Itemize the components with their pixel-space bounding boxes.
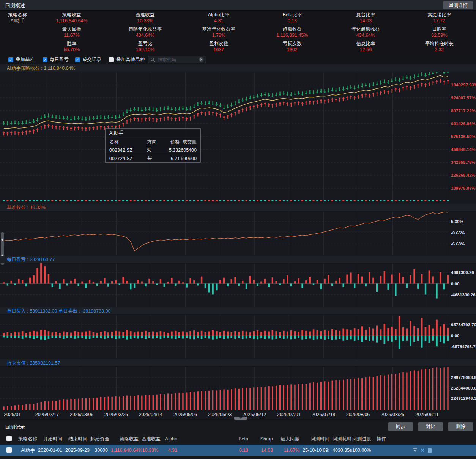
stat-1-2: 策略年化收益率434.64% xyxy=(109,27,182,38)
svg-text:-0.65%: -0.65% xyxy=(451,231,465,235)
records-col-header: 回测时间 xyxy=(303,436,333,442)
sell-markers xyxy=(3,72,449,126)
clear-icon[interactable] xyxy=(199,57,204,62)
chart-toolbar: ✓叠加基准✓每日盈亏✓成交记录叠加其他品种 xyxy=(0,55,476,64)
stat-label: 盈亏比 xyxy=(109,41,182,47)
svg-text:4681300.26: 4681300.26 xyxy=(451,270,474,275)
stats-panel: 策略名称AI助手策略收益1,116,840.64%基准收益10.33%Alpha… xyxy=(0,11,476,55)
tooltip-header: 名称 xyxy=(109,139,147,145)
records-sync-button[interactable]: 同步 xyxy=(388,422,413,431)
record-ops xyxy=(377,448,476,453)
svg-text:-6.68%: -6.68% xyxy=(451,242,465,246)
svg-text:65784793.70: 65784793.70 xyxy=(451,322,476,327)
x-axis-label: 2025/03/25 xyxy=(104,412,128,417)
stat-value: 14.03 xyxy=(329,18,403,24)
records-col-header: 策略收益 xyxy=(111,436,142,442)
overlay-checkbox-0[interactable]: ✓叠加基准 xyxy=(8,56,35,63)
x-axis-label: 2025/06/12 xyxy=(243,412,266,417)
tooltip-header: 方向 xyxy=(147,139,163,145)
svg-text:-65784793.70: -65784793.70 xyxy=(451,344,476,349)
x-axis-label: 2025/08/06 xyxy=(346,412,370,417)
records-col-header: 策略名称 xyxy=(18,436,38,442)
record-cell-alpha: 4.31 xyxy=(161,448,180,453)
svg-text:342555.78%: 342555.78% xyxy=(451,160,476,165)
checked-checkbox-icon: ✓ xyxy=(8,57,13,62)
record-cell-end: 2025-09-23 xyxy=(65,448,90,453)
stat-label: 盈利次数 xyxy=(182,41,255,47)
stat-2-6: 平均持仓时长2.32 xyxy=(402,41,476,53)
overlay-checkbox-3[interactable]: 叠加其他品种 xyxy=(109,56,145,63)
page-title: 回测概述 xyxy=(5,2,25,9)
symbol-search[interactable] xyxy=(148,56,206,63)
stat-0-6: 索提诺比率17.72 xyxy=(402,12,476,24)
position-value-title: 持仓市值 : 335082191.57 xyxy=(0,359,476,367)
tooltip-cell: 买 xyxy=(146,147,162,153)
tooltip-title: AI助手 xyxy=(106,129,200,138)
record-cell-name: AI助手 xyxy=(18,447,38,454)
records-compare-button[interactable]: 对比 xyxy=(418,422,443,431)
daily-pnl-chart[interactable]: 4681300.260.00-4681300.26 xyxy=(0,263,476,307)
svg-text:0.00: 0.00 xyxy=(451,281,459,286)
strategy-return-chart[interactable]: 1040297.93%924007.57%807717.22%691426.86… xyxy=(0,72,476,203)
record-cell-beta: 0.13 xyxy=(180,448,251,453)
stat-label: 超额收益 xyxy=(255,27,329,33)
strategy-return-title: AI助手策略收益 : 1,116,840.64% xyxy=(0,64,476,72)
x-axis-label: 2025/01 xyxy=(4,412,21,417)
stat-value: 0.13 xyxy=(255,18,329,24)
daily-buy-sell-chart[interactable]: 65784793.700.00-65784793.70 xyxy=(0,315,476,358)
records-col-header: 回测进度 xyxy=(352,436,374,442)
records-delete-button[interactable]: 删除 xyxy=(448,422,473,431)
backtest-detail-button[interactable]: 回测详情 xyxy=(443,1,473,9)
stat-label: 信息比率 xyxy=(329,41,403,47)
tooltip-cell: 5.33 xyxy=(162,148,178,153)
record-row[interactable]: AI助手2020-01-012025-09-23300001,116,840.6… xyxy=(0,445,476,456)
svg-text:109975.07%: 109975.07% xyxy=(451,186,476,190)
search-input[interactable] xyxy=(157,57,197,63)
stat-2-1: 胜率55.70% xyxy=(35,41,109,53)
stat-0-1: 策略收益1,116,840.64% xyxy=(35,12,109,24)
stat-value: 2.32 xyxy=(402,47,476,53)
svg-text:691426.86%: 691426.86% xyxy=(451,121,476,126)
stat-label: 策略年化收益率 xyxy=(109,27,182,33)
stat-value: 1637 xyxy=(182,47,255,53)
x-axis-label: 2025/08/25 xyxy=(381,412,405,417)
checkbox-label: 叠加基准 xyxy=(16,57,35,63)
svg-text:262344000.00: 262344000.00 xyxy=(451,386,476,390)
stat-value: 10.33% xyxy=(109,18,182,24)
record-cell-bench: 10.33% xyxy=(142,448,161,453)
stat-label: 基准年化收益率 xyxy=(182,27,255,33)
svg-text:924007.57%: 924007.57% xyxy=(451,96,476,100)
svg-text:5.39%: 5.39% xyxy=(451,219,463,224)
log-icon[interactable] xyxy=(427,448,432,453)
stat-value: 62.59% xyxy=(402,33,476,39)
select-all-checkbox[interactable] xyxy=(6,436,12,441)
records-col-header: 开始时间 xyxy=(38,436,65,442)
x-axis-label: 2025/07/18 xyxy=(312,412,336,417)
stat-value: 434.64% xyxy=(109,33,182,39)
svg-text:299775053.61: 299775053.61 xyxy=(451,375,476,380)
stat-value: 1302 xyxy=(255,47,329,53)
stat-value: 1,116,840.64% xyxy=(35,18,109,24)
svg-text:0.00: 0.00 xyxy=(451,333,459,338)
svg-text:807717.22%: 807717.22% xyxy=(451,108,476,113)
stat-0-2: 基准收益10.33% xyxy=(109,12,182,24)
benchmark-return-chart[interactable]: 5.39%-0.65%-6.68% xyxy=(0,211,476,255)
record-cell-check xyxy=(0,447,18,454)
stat-0-5: 夏普比率14.03 xyxy=(329,12,403,24)
overlay-checkbox-1[interactable]: ✓每日盈亏 xyxy=(43,56,69,63)
move-to-top-icon[interactable] xyxy=(413,448,418,453)
close-icon[interactable] xyxy=(420,448,425,453)
stat-2-4: 亏损次数1302 xyxy=(255,41,329,53)
x-axis-label: 2025/04/14 xyxy=(139,412,163,417)
stat-label: 基准收益 xyxy=(109,12,182,18)
tooltip-header: 成交量 xyxy=(180,139,197,145)
row-checkbox[interactable] xyxy=(6,447,12,453)
stat-label: 最大回撤 xyxy=(35,27,109,33)
overlay-checkbox-2[interactable]: ✓成交记录 xyxy=(75,56,101,63)
stat-value: AI助手 xyxy=(0,18,35,24)
stat-2-2: 盈亏比199.10% xyxy=(109,41,182,53)
checkbox-label: 每日盈亏 xyxy=(50,57,69,63)
position-value-chart[interactable]: 299775053.61262344000.00224912946.39 xyxy=(0,367,476,410)
stat-label: 年化超额收益 xyxy=(329,27,403,33)
stat-value: 1,116,831.45% xyxy=(255,33,329,39)
